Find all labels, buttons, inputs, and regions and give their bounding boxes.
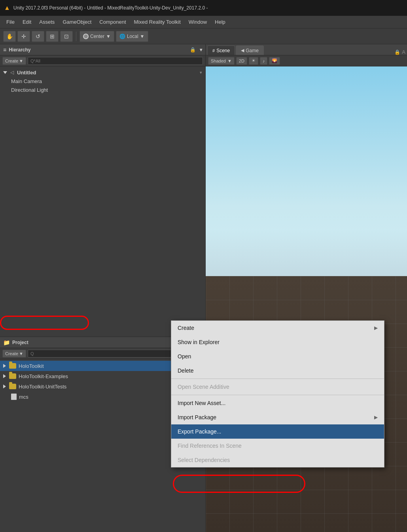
ctx-find-ref-label: Find References In Scene bbox=[178, 443, 242, 449]
center-label: Center bbox=[90, 34, 104, 39]
hierarchy-header: ≡ Hierarchy 🔒 ▾ bbox=[0, 44, 205, 55]
ctx-import-pkg-label: Import Package bbox=[178, 414, 216, 420]
ctx-show-in-explorer[interactable]: Show in Explorer bbox=[171, 335, 384, 349]
shaded-chevron: ▼ bbox=[227, 59, 232, 63]
hierarchy-toolbar: Create ▼ bbox=[0, 55, 205, 66]
ctx-import-new-asset[interactable]: Import New Asset... bbox=[171, 396, 384, 410]
main-camera-label: Main Camera bbox=[11, 78, 42, 84]
effects-icon: 🌄 bbox=[272, 58, 277, 63]
hierarchy-create-button[interactable]: Create ▼ bbox=[2, 57, 26, 65]
scene-toolbar: Shaded ▼ 2D ☀ ♪ 🌄 bbox=[206, 55, 407, 66]
scene-tab[interactable]: # Scene bbox=[207, 45, 235, 55]
hashtag-icon: # bbox=[212, 48, 215, 53]
title-text: Unity 2017.2.0f3 Personal (64bit) - Unti… bbox=[13, 5, 208, 11]
menu-file[interactable]: File bbox=[2, 17, 19, 27]
ctx-separator-2 bbox=[171, 395, 384, 395]
expand-arrow bbox=[3, 71, 7, 74]
shaded-label: Shaded bbox=[211, 59, 226, 63]
menu-edit[interactable]: Edit bbox=[19, 17, 35, 27]
hierarchy-root-item[interactable]: ◁ Untitled ▾ bbox=[0, 68, 205, 77]
toolbar: ✋ ✛ ↺ ⊞ ⊡ Center ▼ 🌐 Local ▼ bbox=[0, 28, 407, 44]
hierarchy-directional-light[interactable]: Directional Light bbox=[0, 85, 205, 94]
expand-arrow bbox=[3, 364, 6, 368]
ctx-create[interactable]: Create ▶ bbox=[171, 321, 384, 335]
scene-icon: ◁ bbox=[10, 70, 14, 75]
ctx-open-scene-label: Open Scene Additive bbox=[178, 384, 229, 390]
lights-button[interactable]: ☀ bbox=[249, 57, 258, 65]
ctx-select-dependencies: Select Dependencies bbox=[171, 453, 384, 467]
project-search-input[interactable] bbox=[28, 350, 181, 358]
hand-tool-button[interactable]: ✋ bbox=[3, 31, 16, 42]
center-dropdown[interactable]: Center ▼ bbox=[80, 31, 114, 42]
rotate-tool-button[interactable]: ↺ bbox=[32, 31, 44, 42]
local-chevron: ▼ bbox=[140, 34, 145, 39]
scene-tab-bar: # Scene ◀ Game 🔒 A bbox=[206, 44, 407, 55]
hierarchy-lock-icon: 🔒 bbox=[190, 47, 196, 53]
holotoolkit-examples-label: HoloToolkit-Examples bbox=[19, 373, 68, 379]
scale-tool-button[interactable]: ⊞ bbox=[46, 31, 59, 42]
directional-light-label: Directional Light bbox=[11, 87, 48, 93]
hierarchy-root-label: Untitled bbox=[17, 70, 36, 76]
hierarchy-search-input[interactable] bbox=[28, 57, 203, 65]
scene-tab-label: Scene bbox=[216, 48, 230, 53]
shaded-dropdown[interactable]: Shaded ▼ bbox=[208, 57, 235, 65]
hierarchy-icon: ≡ bbox=[3, 47, 6, 53]
twod-label: 2D bbox=[239, 59, 244, 63]
file-icon bbox=[11, 394, 17, 400]
hierarchy-menu-icon[interactable]: ▾ bbox=[200, 47, 202, 53]
ctx-open[interactable]: Open bbox=[171, 349, 384, 364]
menu-help[interactable]: Help bbox=[211, 17, 229, 27]
toolbar-separator-1 bbox=[76, 32, 76, 41]
project-icon: 📁 bbox=[3, 339, 10, 346]
effects-button[interactable]: 🌄 bbox=[269, 57, 280, 65]
hierarchy-title: Hierarchy bbox=[9, 47, 30, 53]
ctx-export-package[interactable]: Export Package... bbox=[171, 424, 384, 439]
hierarchy-content: ◁ Untitled ▾ Main Camera Directional Lig… bbox=[0, 66, 205, 337]
create-chevron: ▼ bbox=[19, 59, 23, 63]
context-menu: Create ▶ Show in Explorer Open Delete Op… bbox=[171, 320, 384, 468]
ctx-delete[interactable]: Delete bbox=[171, 364, 384, 378]
menu-assets[interactable]: Assets bbox=[35, 17, 59, 27]
local-dropdown[interactable]: 🌐 Local ▼ bbox=[116, 31, 148, 42]
hierarchy-main-camera[interactable]: Main Camera bbox=[0, 77, 205, 85]
menu-window[interactable]: Window bbox=[185, 17, 211, 27]
audio-icon: ♪ bbox=[263, 59, 265, 63]
sun-icon: ☀ bbox=[252, 58, 256, 63]
twod-dropdown[interactable]: 2D bbox=[236, 57, 247, 65]
folder-icon bbox=[9, 373, 16, 379]
mcs-label: mcs bbox=[19, 394, 28, 400]
ctx-select-dep-label: Select Dependencies bbox=[178, 457, 230, 463]
hierarchy-root-menu: ▾ bbox=[200, 70, 202, 75]
folder-icon bbox=[9, 384, 16, 389]
expand-arrow bbox=[3, 384, 6, 388]
ctx-import-package[interactable]: Import Package ▶ bbox=[171, 410, 384, 424]
project-title: Project bbox=[12, 340, 28, 345]
menu-mixed-reality-toolkit[interactable]: Mixed Reality Toolkit bbox=[130, 17, 185, 27]
game-tab[interactable]: ◀ Game bbox=[236, 45, 264, 55]
hierarchy-panel: ≡ Hierarchy 🔒 ▾ Create ▼ ◁ Untitled bbox=[0, 44, 206, 337]
ctx-open-scene-additive: Open Scene Additive bbox=[171, 380, 384, 394]
menu-component[interactable]: Component bbox=[95, 17, 130, 27]
local-label: Local bbox=[127, 34, 138, 39]
game-tab-label: Game bbox=[246, 48, 259, 53]
project-create-chevron: ▼ bbox=[19, 351, 23, 356]
center-chevron: ▼ bbox=[106, 34, 111, 39]
folder-icon bbox=[9, 363, 16, 369]
project-create-button[interactable]: Create ▼ bbox=[2, 350, 26, 358]
scene-menu-icon[interactable]: A bbox=[402, 49, 405, 55]
rect-tool-button[interactable]: ⊡ bbox=[60, 31, 73, 42]
expand-arrow bbox=[3, 374, 6, 378]
holotoolkit-label: HoloToolkit bbox=[19, 363, 44, 369]
ctx-open-label: Open bbox=[178, 353, 191, 360]
move-tool-button[interactable]: ✛ bbox=[17, 31, 30, 42]
ctx-create-arrow: ▶ bbox=[374, 325, 378, 331]
menu-gameobject[interactable]: GameObject bbox=[59, 17, 95, 27]
ctx-show-label: Show in Explorer bbox=[178, 339, 220, 345]
holotoolkit-unittests-label: HoloToolkit-UnitTests bbox=[19, 384, 66, 390]
scene-lock-icon: 🔒 bbox=[394, 49, 400, 55]
game-icon: ◀ bbox=[241, 48, 244, 53]
unity-icon: ▲ bbox=[4, 4, 10, 11]
audio-button[interactable]: ♪ bbox=[260, 57, 268, 65]
ctx-export-label: Export Package... bbox=[178, 428, 221, 435]
menu-bar: File Edit Assets GameObject Component Mi… bbox=[0, 16, 407, 28]
